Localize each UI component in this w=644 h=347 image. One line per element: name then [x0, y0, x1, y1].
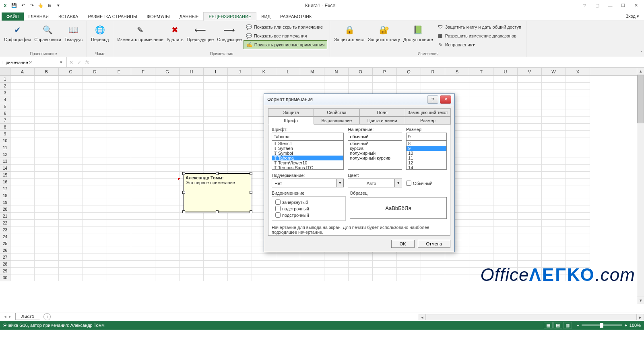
protect-workbook-button[interactable]: 🔐Защитить книгу [367, 23, 402, 43]
cell[interactable] [542, 261, 566, 268]
cell[interactable] [107, 131, 131, 137]
cell[interactable] [445, 83, 469, 89]
cell[interactable] [542, 144, 566, 151]
cell[interactable] [180, 254, 204, 261]
cell[interactable] [83, 165, 107, 172]
cell[interactable] [107, 158, 131, 165]
cell[interactable] [469, 89, 493, 96]
cell[interactable] [566, 192, 590, 199]
cell[interactable] [228, 240, 252, 247]
cell[interactable] [83, 179, 107, 185]
cell[interactable] [493, 110, 518, 117]
cell[interactable] [469, 233, 493, 240]
cell[interactable] [131, 151, 155, 158]
sheet-prev-icon[interactable]: ◂ [4, 314, 6, 319]
cell[interactable] [35, 185, 59, 192]
cell[interactable] [10, 117, 35, 124]
cell[interactable] [518, 131, 542, 137]
cell[interactable] [421, 268, 445, 274]
cell[interactable] [566, 240, 590, 247]
cell[interactable] [204, 233, 228, 240]
cell[interactable] [324, 83, 349, 89]
cell[interactable] [204, 117, 228, 124]
cell[interactable] [542, 151, 566, 158]
cell[interactable] [131, 103, 155, 110]
cell[interactable] [59, 83, 83, 89]
strike-checkbox[interactable]: зачеркнутый [275, 199, 342, 205]
cell[interactable] [83, 268, 107, 274]
undo-icon[interactable]: ↶ [19, 2, 27, 9]
cell[interactable] [493, 96, 518, 103]
cell[interactable] [83, 151, 107, 158]
cell[interactable] [155, 220, 180, 226]
cell[interactable] [397, 274, 421, 281]
cell[interactable] [421, 76, 445, 83]
cell[interactable] [107, 268, 131, 274]
help-icon[interactable]: ? [580, 2, 589, 9]
cell[interactable] [493, 240, 518, 247]
cell[interactable] [83, 199, 107, 206]
cell[interactable] [59, 185, 83, 192]
cell[interactable] [59, 247, 83, 254]
cell[interactable] [83, 220, 107, 226]
resize-handle[interactable] [216, 210, 219, 213]
cell[interactable] [10, 110, 35, 117]
sign-in-link[interactable]: Вход ▾ [621, 12, 644, 21]
cell[interactable] [518, 274, 542, 281]
cell[interactable] [300, 261, 324, 268]
resize-handle[interactable] [182, 210, 185, 213]
cell[interactable] [10, 213, 35, 220]
cell[interactable] [518, 172, 542, 179]
cell[interactable] [566, 124, 590, 131]
dialog-close-button[interactable]: ✕ [440, 96, 451, 104]
row-header[interactable]: 27 [0, 254, 10, 261]
cell[interactable] [276, 261, 300, 268]
cell[interactable] [469, 185, 493, 192]
cell[interactable] [566, 274, 590, 281]
cell[interactable] [493, 185, 518, 192]
cell[interactable] [180, 213, 204, 220]
cell[interactable] [469, 151, 493, 158]
cell[interactable] [469, 103, 493, 110]
cell[interactable] [35, 131, 59, 137]
row-header[interactable]: 14 [0, 165, 10, 172]
cell[interactable] [397, 261, 421, 268]
cell[interactable] [469, 220, 493, 226]
cell[interactable] [59, 268, 83, 274]
row-header[interactable]: 10 [0, 137, 10, 144]
cell[interactable] [107, 233, 131, 240]
tab-alttext[interactable]: Замещающий текст [405, 108, 451, 116]
name-box-input[interactable] [2, 60, 58, 65]
cell[interactable] [518, 247, 542, 254]
cell[interactable] [469, 76, 493, 83]
cell[interactable] [542, 117, 566, 124]
cell[interactable] [35, 213, 59, 220]
delete-comment-button[interactable]: ✖Удалить [165, 23, 185, 43]
row-header[interactable]: 16 [0, 179, 10, 185]
cell[interactable] [228, 274, 252, 281]
cell[interactable] [83, 274, 107, 281]
cell[interactable] [493, 261, 518, 268]
cell[interactable] [542, 76, 566, 83]
cell[interactable] [204, 268, 228, 274]
row-header[interactable]: 21 [0, 213, 10, 220]
cell[interactable] [10, 192, 35, 199]
zoom-knob[interactable] [600, 323, 603, 328]
cell[interactable] [493, 144, 518, 151]
cell[interactable] [469, 131, 493, 137]
cell[interactable] [469, 199, 493, 206]
row-header[interactable]: 4 [0, 96, 10, 103]
next-comment-button[interactable]: ⟶Следующее [215, 23, 244, 43]
normal-view-icon[interactable]: ▦ [544, 322, 553, 328]
combo-dropdown-icon[interactable]: ▾ [394, 179, 402, 187]
cell[interactable] [542, 179, 566, 185]
cell[interactable] [542, 268, 566, 274]
list-item[interactable]: курсив [348, 146, 402, 151]
cell[interactable] [155, 76, 180, 83]
column-header[interactable]: K [252, 68, 276, 75]
cell[interactable] [542, 165, 566, 172]
cell[interactable] [107, 165, 131, 172]
cell[interactable] [155, 89, 180, 96]
cell[interactable] [83, 172, 107, 179]
share-workbook-button[interactable]: 📗Доступ к книге [402, 23, 435, 43]
